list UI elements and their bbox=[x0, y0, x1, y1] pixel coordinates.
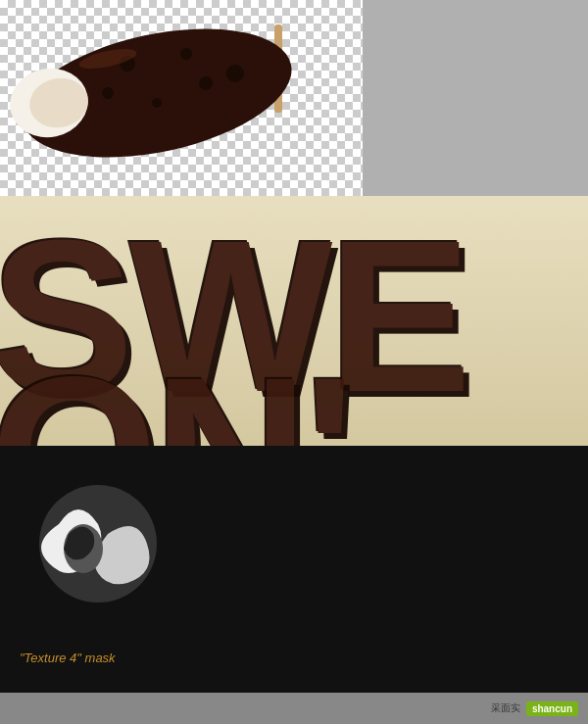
svg-point-7 bbox=[152, 98, 162, 108]
svg-point-8 bbox=[226, 65, 244, 82]
top-section bbox=[0, 0, 588, 196]
logo-badge: shancun bbox=[526, 701, 578, 716]
ice-cream-image bbox=[10, 5, 343, 171]
svg-point-9 bbox=[102, 87, 114, 99]
svg-point-5 bbox=[180, 48, 192, 60]
middle-section: SWE ON' × Layers » ≡ Kind Kind ▣ ⚙ T ◻ 🔗 bbox=[0, 196, 588, 446]
logo-text: shancun bbox=[532, 703, 572, 714]
svg-point-6 bbox=[199, 76, 213, 90]
mask-label: "Texture 4" mask bbox=[20, 651, 116, 665]
bottom-bar-text: 采面实 bbox=[491, 701, 520, 715]
gray-background bbox=[363, 0, 588, 196]
bottom-bar: 采面实 shancun bbox=[0, 693, 588, 724]
mask-preview-image bbox=[10, 465, 186, 622]
sweet-text-line2: ON' bbox=[0, 362, 350, 446]
bottom-section: "Texture 4" mask 采面实 shancun bbox=[0, 446, 588, 724]
